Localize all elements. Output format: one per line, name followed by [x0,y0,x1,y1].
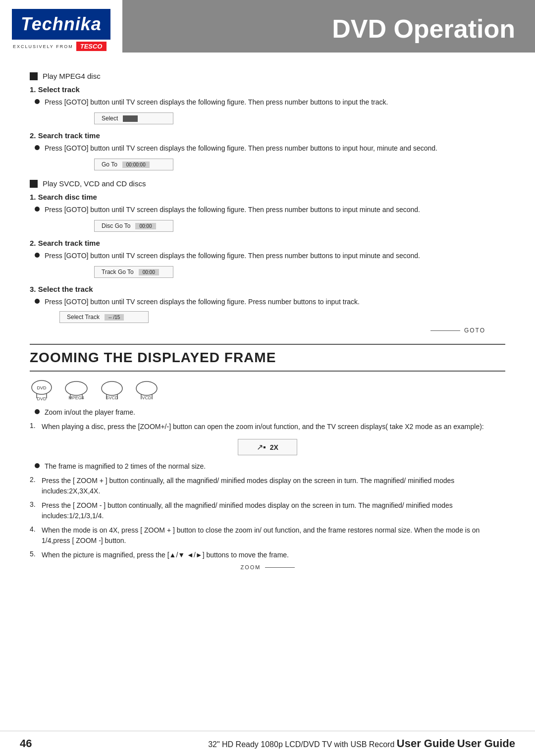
select-display-value [123,115,138,122]
page-title: DVD Operation [332,14,515,44]
mpeg4-icon-label: MPEG4 [68,395,84,400]
bullet-icon-2 [35,145,40,150]
zoom-text-4: When the mode is on 4X, press [ ZOOM + ]… [42,525,505,546]
svcd-select-track-bullet: Press [GOTO] button until TV screen disp… [35,297,505,307]
search-track-time-text: Press [GOTO] button until TV screen disp… [45,143,437,154]
zoom-text-2: Press the [ ZOOM + ] button continually,… [42,476,505,496]
zoom-num-4: 4. [30,525,40,533]
footer-title: 32" HD Ready 1080p LCD/DVD TV with USB R… [208,737,515,750]
zoom-arrow-icon: ↗▪ [257,442,266,452]
select-track-display-row: Select Track -- /15 [45,309,505,325]
track-goto-label: Track Go To [102,269,134,275]
tesco-brand: TESCO [76,42,107,51]
zoom-note-line [265,567,295,568]
zoom-note-label: ZOOM [241,564,261,570]
svg-point-6 [102,381,122,395]
disc-goto-value: 00:00 [135,223,156,229]
search-track-time-bullet: Press [GOTO] button until TV screen disp… [35,143,505,154]
play-mpeg4-header: Play MPEG4 disc [30,72,505,80]
footer-page-number: 46 [20,737,32,750]
zoom-value: 2X [270,443,278,451]
zooming-header: ZOOMING THE DISPLAYED FRAME [30,344,505,372]
svg-point-3 [65,381,87,395]
search-track-time-item: 2. Search track time [30,131,505,140]
zoom-text-5: When the picture is magnified, press the… [42,550,289,560]
goto-line [430,330,460,331]
svcd-search-track-bullet: Press [GOTO] button until TV screen disp… [35,251,505,261]
zoom-item-1: 1. When playing a disc, press the [ZOOM+… [30,422,505,432]
zoom-item-2: 2. Press the [ ZOOM + ] button continual… [30,476,505,496]
svcd-search-track-text: Press [GOTO] button until TV screen disp… [45,251,420,261]
bullet-icon-zoom-2 [35,463,40,468]
vcd-disc-icon: VCD [134,379,160,400]
select-track-title: 1. Select track [30,85,80,94]
svcd-select-track-text: Press [GOTO] button until TV screen disp… [45,297,360,307]
zoom-item-5: 5. When the picture is magnified, press … [30,550,505,560]
dvd-disc-icon: DVD DVD [30,378,54,401]
track-goto-display-box: Track Go To 00:00 [94,266,173,278]
zoom-item-4: 4. When the mode is on 4X, press [ ZOOM … [30,525,505,546]
select-display-label: Select [102,115,118,122]
play-svcd-label: Play SVCD, VCD and CD discs [43,179,146,188]
goto-display-value: 00:00:00 [122,162,150,168]
dvd-label: DVD [37,385,47,390]
disc-goto-display-row: Disc Go To 00:00 [30,218,505,234]
bullet-icon [35,99,40,104]
disc-icons-row: DVD DVD MPEG4 SVCD [30,378,505,401]
select-display-row: Select [30,110,505,126]
logo-box: Technika [12,9,110,40]
svcd-disc-icon: SVCD [99,379,125,400]
brand-logo: Technika [21,14,102,34]
logo-area: Technika EXCLUSIVELY FROM TESCO [0,0,122,58]
zoom-num-1: 1. [30,422,40,430]
search-track-time-title: 2. Search track time [30,131,100,140]
footer-user-guide: User Guide [397,737,455,750]
tesco-line: EXCLUSIVELY FROM TESCO [12,42,107,51]
goto-note: GOTO [30,327,485,334]
dvd-icon-label: DVD [37,396,46,401]
svcd-select-track-item: 3. Select the track [30,285,505,294]
zooming-title: ZOOMING THE DISPLAYED FRAME [30,350,276,365]
zoom-display-box: ↗▪ 2X [238,439,297,455]
zoom-text-3: Press the [ ZOOM - ] button continually,… [42,500,505,521]
goto-display-row: Go To 00:00:00 [30,157,505,172]
footer-user-guide-label: User Guide [457,737,515,750]
zoom-display-row: ↗▪ 2X [30,436,505,458]
zoom-item-3: 3. Press the [ ZOOM - ] button continual… [30,500,505,521]
goto-label: GOTO [464,327,485,334]
goto-display-box: Go To 00:00:00 [94,159,173,170]
svg-point-9 [136,381,157,395]
select-track-display-label: Select Track [67,314,100,321]
zoom-num-5: 5. [30,550,40,558]
play-mpeg4-label: Play MPEG4 disc [43,72,101,80]
mpeg4-disc-icon: MPEG4 [62,379,90,400]
bullet-icon-5 [35,299,40,304]
zoom-bullet-text-2: The frame is magnified to 2 times of the… [45,461,206,472]
select-track-display-value: -- /15 [105,314,124,321]
svcd-search-track-title: 2. Search track time [30,239,100,247]
play-svcd-header: Play SVCD, VCD and CD discs [30,179,505,188]
bullet-icon-3 [35,207,40,212]
svcd-search-track-item: 2. Search track time [30,239,505,248]
select-track-text: Press [GOTO] button until TV screen disp… [45,97,388,108]
zoom-num-3: 3. [30,500,40,508]
bullet-icon-zoom [35,409,40,414]
footer-device-description: 32" HD Ready 1080p LCD/DVD TV with USB R… [208,740,394,749]
footer: 46 32" HD Ready 1080p LCD/DVD TV with US… [0,731,535,756]
search-disc-time-title: 1. Search disc time [30,193,97,201]
zoom-bullet-1: Zoom in/out the player frame. [35,407,505,418]
goto-display-label: Go To [102,161,117,168]
title-area: DVD Operation [122,0,535,53]
page: Technika EXCLUSIVELY FROM TESCO DVD Oper… [0,0,535,756]
content: Play MPEG4 disc 1. Select track Press [G… [0,58,535,731]
zoom-bullet-2: The frame is magnified to 2 times of the… [35,461,505,472]
track-goto-value: 00:00 [139,269,159,275]
zoom-bullet-text: Zoom in/out the player frame. [45,407,135,418]
vcd-icon-label: VCD [142,395,151,400]
search-disc-time-text: Press [GOTO] button until TV screen disp… [45,205,420,215]
section-square-icon [30,72,38,80]
select-track-bullet: Press [GOTO] button until TV screen disp… [35,97,505,108]
select-display-box: Select [94,112,173,124]
bullet-icon-4 [35,253,40,258]
select-track-display-box: Select Track -- /15 [59,311,149,323]
